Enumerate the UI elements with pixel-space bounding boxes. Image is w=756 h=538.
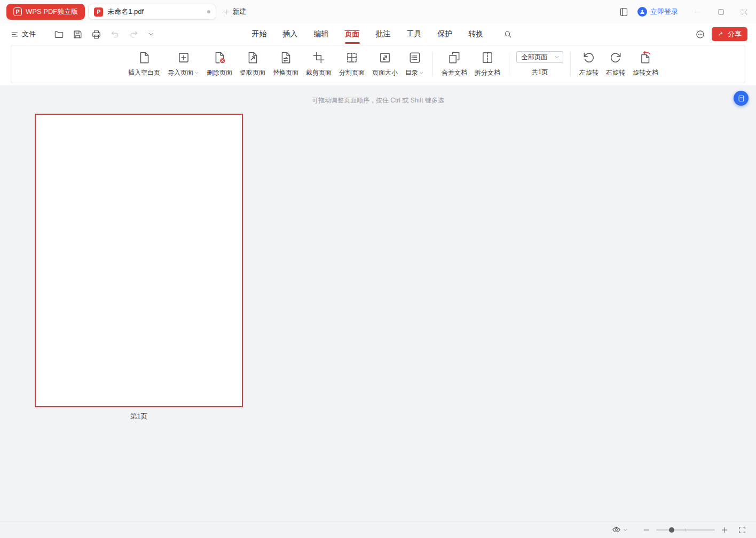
close-button[interactable] [733,0,756,23]
page-range-group: 全部页面 共1页 [516,51,563,77]
page-organizer-canvas[interactable]: 可拖动调整页面顺序，按住 Ctrl 或 Shift 键多选 第1页 [0,85,756,521]
print-icon[interactable] [91,29,101,39]
zoom-slider-handle[interactable] [669,527,674,533]
floating-tools-button[interactable] [734,91,749,106]
plus-icon [721,526,728,534]
replace-page-button[interactable]: 替换页面 [269,47,302,81]
page-range-value: 全部页面 [522,53,547,62]
split-doc-icon [481,51,494,65]
login-button[interactable]: 立即登录 [637,7,678,17]
file-menu-button[interactable]: 文件 [11,29,36,39]
new-tab-button[interactable]: 新建 [223,7,246,17]
minus-icon [643,526,650,534]
search-icon[interactable] [503,30,513,39]
share-icon [718,30,725,38]
chevron-down-icon [554,54,560,60]
rotate-doc-icon [639,51,652,65]
chevron-down-icon [194,70,199,75]
maximize-button[interactable] [709,0,733,23]
ribbon-item-label: 分割页面 [339,68,365,77]
redo-icon[interactable] [129,29,139,39]
eye-icon [612,525,621,534]
merge-documents-button[interactable]: 合并文档 [438,47,471,81]
page-thumbnail[interactable]: 第1页 [35,114,243,421]
rotate-document-button[interactable]: 旋转文档 [629,47,662,81]
wps-logo-icon: P [13,7,22,16]
tab-comment[interactable]: 批注 [368,23,399,45]
replace-page-icon [279,51,293,65]
unsaved-indicator-icon [207,10,210,13]
toc-button[interactable]: 目录 [401,47,428,81]
pdf-file-icon: P [94,7,103,17]
zoom-slider[interactable] [656,529,715,531]
quick-access-toolbar: 文件 [11,29,155,39]
wps-pdf-window: P WPS PDF独立版 P 未命名1.pdf 新建 立即登录 [0,0,756,538]
ribbon-item-label: 旋转文档 [633,68,658,77]
login-label: 立即登录 [650,7,678,17]
plus-icon [223,9,230,15]
zoom-in-button[interactable] [721,526,728,534]
page-range-select[interactable]: 全部页面 [516,51,563,63]
rotate-right-icon [609,51,623,65]
ribbon-item-label: 提取页面 [240,68,265,77]
ribbon-item-label: 删除页面 [207,68,232,77]
file-menu-label: 文件 [22,29,36,39]
fullscreen-icon [738,526,746,534]
toolbar-right: 分享 [695,27,747,41]
statusbar [0,521,756,538]
crop-page-button[interactable]: 裁剪页面 [302,47,335,81]
undo-icon[interactable] [110,29,120,39]
fullscreen-button[interactable] [738,526,746,534]
tab-protect[interactable]: 保护 [430,23,461,45]
chevron-down-icon [623,527,628,533]
ribbon-item-label: 合并文档 [442,68,467,77]
tab-home[interactable]: 开始 [244,23,275,45]
delete-page-button[interactable]: 删除页面 [203,47,236,81]
tab-page[interactable]: 页面 [337,23,368,45]
document-title: 未命名1.pdf [107,7,203,17]
tab-edit[interactable]: 编辑 [306,23,337,45]
insert-blank-page-icon [137,51,151,65]
reading-mode-icon[interactable] [619,7,629,17]
ribbon-item-label: 右旋转 [606,68,625,77]
toolbar: 文件 开始 插入 编辑 页面 [0,23,756,45]
rotate-left-button[interactable]: 左旋转 [576,47,602,81]
page-preview[interactable] [35,114,243,407]
crop-page-icon [312,51,326,65]
import-page-icon [177,51,191,65]
new-tab-label: 新建 [232,7,246,17]
ribbon-item-label: 替换页面 [273,68,298,77]
page-size-icon [378,51,392,65]
open-file-icon[interactable] [54,29,64,39]
document-tab[interactable]: P 未命名1.pdf [88,4,216,20]
titlebar: P WPS PDF独立版 P 未命名1.pdf 新建 立即登录 [0,0,756,23]
view-mode-button[interactable] [612,525,628,534]
extract-page-button[interactable]: 提取页面 [236,47,269,81]
page-size-button[interactable]: 页面大小 [368,47,401,81]
chevron-down-icon [419,70,424,75]
more-options-icon[interactable] [695,29,705,39]
floating-tools-icon [737,94,745,102]
tab-convert[interactable]: 转换 [461,23,492,45]
share-button[interactable]: 分享 [712,27,747,41]
tab-insert[interactable]: 插入 [275,23,306,45]
avatar-icon [637,7,647,17]
minimize-button[interactable] [686,0,709,23]
rotate-left-icon [582,51,596,65]
zoom-out-button[interactable] [643,526,650,534]
rotate-right-button[interactable]: 右旋转 [602,47,629,81]
save-icon[interactable] [73,29,83,39]
ribbon-item-label: 导入页面 [168,68,199,77]
toolbar-more-chevron-icon[interactable] [147,30,155,38]
app-menu-button[interactable]: P WPS PDF独立版 [6,4,85,20]
import-page-button[interactable]: 导入页面 [164,47,203,81]
split-documents-button[interactable]: 拆分文档 [471,47,504,81]
ribbon-item-label: 拆分文档 [475,68,500,77]
merge-doc-icon [447,51,461,65]
delete-page-icon [212,51,226,65]
tab-tools[interactable]: 工具 [399,23,430,45]
app-name: WPS PDF独立版 [26,7,78,17]
split-page-button[interactable]: 分割页面 [335,47,368,81]
ribbon-item-label: 页面大小 [372,68,398,77]
insert-blank-page-button[interactable]: 插入空白页 [124,47,164,81]
